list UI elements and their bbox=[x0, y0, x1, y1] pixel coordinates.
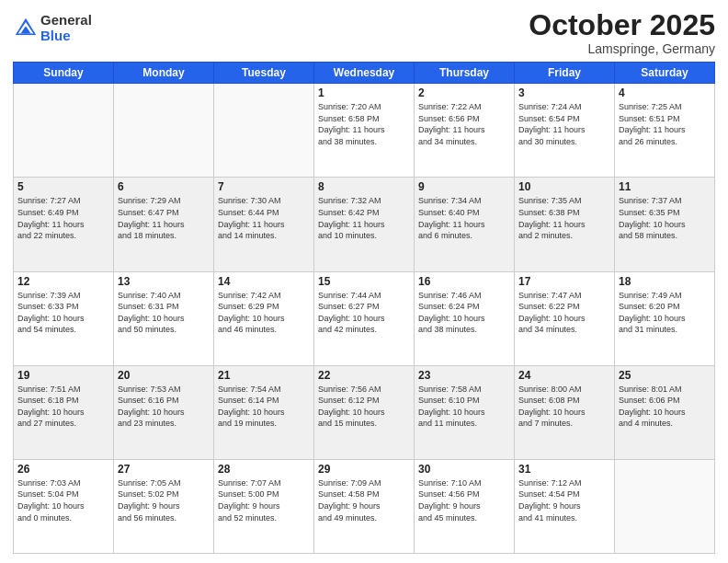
day-info: Sunrise: 7:53 AM Sunset: 6:16 PM Dayligh… bbox=[118, 384, 210, 430]
day-info: Sunrise: 7:20 AM Sunset: 6:58 PM Dayligh… bbox=[318, 101, 410, 147]
day-info: Sunrise: 7:44 AM Sunset: 6:27 PM Dayligh… bbox=[318, 290, 410, 336]
col-thursday: Thursday bbox=[415, 63, 515, 84]
day-info: Sunrise: 7:30 AM Sunset: 6:44 PM Dayligh… bbox=[218, 195, 310, 241]
day-info: Sunrise: 7:42 AM Sunset: 6:29 PM Dayligh… bbox=[218, 290, 310, 336]
logo: General Blue bbox=[13, 13, 92, 43]
day-number: 5 bbox=[17, 180, 109, 193]
table-row: 7Sunrise: 7:30 AM Sunset: 6:44 PM Daylig… bbox=[214, 178, 314, 271]
table-row: 1Sunrise: 7:20 AM Sunset: 6:58 PM Daylig… bbox=[314, 84, 415, 178]
table-row: 24Sunrise: 8:00 AM Sunset: 6:08 PM Dayli… bbox=[515, 365, 615, 459]
table-row: 15Sunrise: 7:44 AM Sunset: 6:27 PM Dayli… bbox=[314, 271, 415, 365]
day-number: 18 bbox=[619, 275, 711, 288]
table-row: 12Sunrise: 7:39 AM Sunset: 6:33 PM Dayli… bbox=[14, 271, 114, 365]
day-info: Sunrise: 7:46 AM Sunset: 6:24 PM Dayligh… bbox=[418, 290, 510, 336]
col-tuesday: Tuesday bbox=[214, 63, 314, 84]
logo-text: General Blue bbox=[40, 13, 92, 43]
day-info: Sunrise: 7:47 AM Sunset: 6:22 PM Dayligh… bbox=[518, 290, 610, 336]
table-row: 27Sunrise: 7:05 AM Sunset: 5:02 PM Dayli… bbox=[114, 459, 214, 553]
day-info: Sunrise: 7:10 AM Sunset: 4:56 PM Dayligh… bbox=[418, 477, 510, 523]
day-number: 9 bbox=[418, 180, 510, 193]
calendar-title: October 2025 bbox=[529, 9, 715, 41]
day-number: 27 bbox=[118, 463, 210, 476]
day-number: 21 bbox=[218, 369, 310, 382]
table-row: 19Sunrise: 7:51 AM Sunset: 6:18 PM Dayli… bbox=[14, 365, 114, 459]
table-row: 18Sunrise: 7:49 AM Sunset: 6:20 PM Dayli… bbox=[615, 271, 715, 365]
day-info: Sunrise: 8:00 AM Sunset: 6:08 PM Dayligh… bbox=[518, 384, 610, 430]
table-row: 31Sunrise: 7:12 AM Sunset: 4:54 PM Dayli… bbox=[515, 459, 615, 553]
day-number: 12 bbox=[17, 275, 109, 288]
day-number: 1 bbox=[318, 86, 410, 99]
table-row: 3Sunrise: 7:24 AM Sunset: 6:54 PM Daylig… bbox=[515, 84, 615, 178]
table-row: 29Sunrise: 7:09 AM Sunset: 4:58 PM Dayli… bbox=[314, 459, 415, 553]
day-info: Sunrise: 7:40 AM Sunset: 6:31 PM Dayligh… bbox=[118, 290, 210, 336]
day-info: Sunrise: 7:05 AM Sunset: 5:02 PM Dayligh… bbox=[118, 477, 210, 523]
day-number: 7 bbox=[218, 180, 310, 193]
table-row: 14Sunrise: 7:42 AM Sunset: 6:29 PM Dayli… bbox=[214, 271, 314, 365]
calendar-week-5: 26Sunrise: 7:03 AM Sunset: 5:04 PM Dayli… bbox=[14, 459, 715, 553]
day-info: Sunrise: 7:56 AM Sunset: 6:12 PM Dayligh… bbox=[318, 384, 410, 430]
day-number: 30 bbox=[418, 463, 510, 476]
day-number: 31 bbox=[518, 463, 610, 476]
day-number: 14 bbox=[218, 275, 310, 288]
day-info: Sunrise: 7:34 AM Sunset: 6:40 PM Dayligh… bbox=[418, 195, 510, 241]
day-number: 25 bbox=[619, 369, 711, 382]
day-info: Sunrise: 7:27 AM Sunset: 6:49 PM Dayligh… bbox=[17, 195, 109, 241]
day-info: Sunrise: 7:35 AM Sunset: 6:38 PM Dayligh… bbox=[518, 195, 610, 241]
day-number: 26 bbox=[17, 463, 109, 476]
day-info: Sunrise: 7:58 AM Sunset: 6:10 PM Dayligh… bbox=[418, 384, 510, 430]
day-number: 24 bbox=[518, 369, 610, 382]
day-info: Sunrise: 7:22 AM Sunset: 6:56 PM Dayligh… bbox=[418, 101, 510, 147]
col-sunday: Sunday bbox=[14, 63, 114, 84]
calendar-header-row: Sunday Monday Tuesday Wednesday Thursday… bbox=[14, 63, 715, 84]
day-number: 4 bbox=[619, 86, 711, 99]
table-row: 28Sunrise: 7:07 AM Sunset: 5:00 PM Dayli… bbox=[214, 459, 314, 553]
table-row: 4Sunrise: 7:25 AM Sunset: 6:51 PM Daylig… bbox=[615, 84, 715, 178]
day-info: Sunrise: 7:03 AM Sunset: 5:04 PM Dayligh… bbox=[17, 477, 109, 523]
header: General Blue October 2025 Lamspringe, Ge… bbox=[13, 9, 715, 56]
table-row bbox=[114, 84, 214, 178]
day-number: 15 bbox=[318, 275, 410, 288]
table-row: 5Sunrise: 7:27 AM Sunset: 6:49 PM Daylig… bbox=[14, 178, 114, 271]
day-number: 6 bbox=[118, 180, 210, 193]
table-row: 26Sunrise: 7:03 AM Sunset: 5:04 PM Dayli… bbox=[14, 459, 114, 553]
table-row bbox=[615, 459, 715, 553]
table-row: 21Sunrise: 7:54 AM Sunset: 6:14 PM Dayli… bbox=[214, 365, 314, 459]
table-row: 8Sunrise: 7:32 AM Sunset: 6:42 PM Daylig… bbox=[314, 178, 415, 271]
day-number: 29 bbox=[318, 463, 410, 476]
logo-blue-text: Blue bbox=[40, 29, 92, 44]
day-number: 11 bbox=[619, 180, 711, 193]
day-info: Sunrise: 7:29 AM Sunset: 6:47 PM Dayligh… bbox=[118, 195, 210, 241]
logo-general-text: General bbox=[40, 13, 92, 29]
table-row: 13Sunrise: 7:40 AM Sunset: 6:31 PM Dayli… bbox=[114, 271, 214, 365]
day-number: 28 bbox=[218, 463, 310, 476]
calendar-week-3: 12Sunrise: 7:39 AM Sunset: 6:33 PM Dayli… bbox=[14, 271, 715, 365]
day-info: Sunrise: 7:49 AM Sunset: 6:20 PM Dayligh… bbox=[619, 290, 711, 336]
day-number: 13 bbox=[118, 275, 210, 288]
day-info: Sunrise: 7:24 AM Sunset: 6:54 PM Dayligh… bbox=[518, 101, 610, 147]
col-wednesday: Wednesday bbox=[314, 63, 415, 84]
table-row: 17Sunrise: 7:47 AM Sunset: 6:22 PM Dayli… bbox=[515, 271, 615, 365]
day-info: Sunrise: 7:25 AM Sunset: 6:51 PM Dayligh… bbox=[619, 101, 711, 147]
title-block: October 2025 Lamspringe, Germany bbox=[529, 9, 715, 56]
table-row: 20Sunrise: 7:53 AM Sunset: 6:16 PM Dayli… bbox=[114, 365, 214, 459]
calendar-week-2: 5Sunrise: 7:27 AM Sunset: 6:49 PM Daylig… bbox=[14, 178, 715, 271]
calendar-week-1: 1Sunrise: 7:20 AM Sunset: 6:58 PM Daylig… bbox=[14, 84, 715, 178]
day-number: 20 bbox=[118, 369, 210, 382]
day-info: Sunrise: 7:32 AM Sunset: 6:42 PM Dayligh… bbox=[318, 195, 410, 241]
table-row bbox=[214, 84, 314, 178]
logo-icon bbox=[13, 16, 39, 41]
day-number: 23 bbox=[418, 369, 510, 382]
table-row: 22Sunrise: 7:56 AM Sunset: 6:12 PM Dayli… bbox=[314, 365, 415, 459]
day-number: 8 bbox=[318, 180, 410, 193]
day-info: Sunrise: 7:07 AM Sunset: 5:00 PM Dayligh… bbox=[218, 477, 310, 523]
table-row: 16Sunrise: 7:46 AM Sunset: 6:24 PM Dayli… bbox=[415, 271, 515, 365]
col-saturday: Saturday bbox=[615, 63, 715, 84]
day-number: 10 bbox=[518, 180, 610, 193]
table-row: 11Sunrise: 7:37 AM Sunset: 6:35 PM Dayli… bbox=[615, 178, 715, 271]
day-info: Sunrise: 8:01 AM Sunset: 6:06 PM Dayligh… bbox=[619, 384, 711, 430]
table-row: 30Sunrise: 7:10 AM Sunset: 4:56 PM Dayli… bbox=[415, 459, 515, 553]
day-number: 19 bbox=[17, 369, 109, 382]
day-info: Sunrise: 7:09 AM Sunset: 4:58 PM Dayligh… bbox=[318, 477, 410, 523]
table-row bbox=[14, 84, 114, 178]
table-row: 6Sunrise: 7:29 AM Sunset: 6:47 PM Daylig… bbox=[114, 178, 214, 271]
